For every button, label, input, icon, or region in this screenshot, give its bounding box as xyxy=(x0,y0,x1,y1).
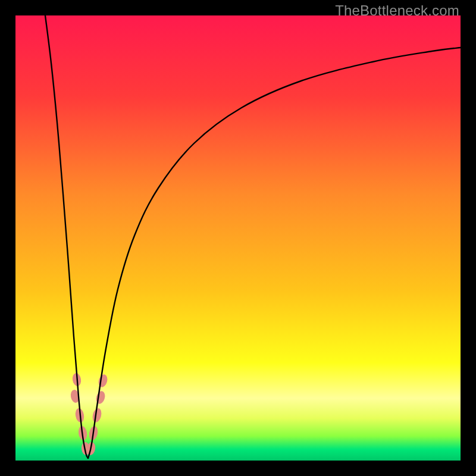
plot-area xyxy=(15,15,461,461)
data-markers xyxy=(70,372,109,456)
data-marker xyxy=(97,373,109,388)
data-marker xyxy=(95,390,107,405)
curve-left-branch xyxy=(45,15,88,458)
curve-layer xyxy=(15,15,461,461)
chart-frame: TheBottleneck.com xyxy=(0,0,476,476)
curve-right-branch xyxy=(88,48,461,458)
